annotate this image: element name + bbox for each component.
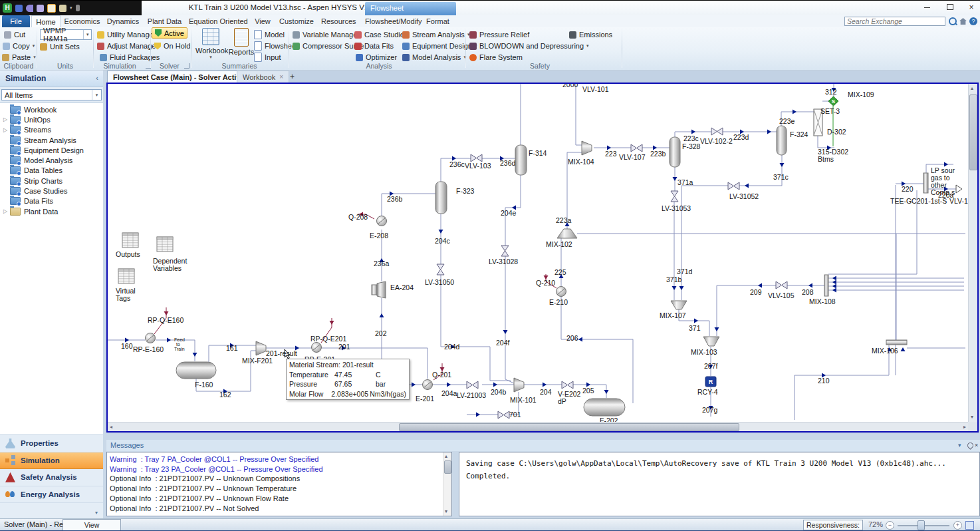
drum-h-shape[interactable] (176, 362, 216, 379)
flowsheet-label[interactable]: Feed (174, 337, 185, 342)
sidebar-item-case-studies[interactable]: Case Studies (0, 186, 103, 196)
pressure-relief-button[interactable]: Pressure Relief (469, 30, 529, 39)
flowsheet-label[interactable]: 223d (733, 133, 749, 141)
flowsheet-label[interactable]: 236b (387, 195, 402, 203)
ribbon-tab-equation-oriented[interactable]: Equation Oriented (189, 15, 242, 27)
flowsheet-label[interactable]: Tags (116, 294, 130, 302)
variable-manager-button[interactable]: Variable Manager (293, 30, 360, 39)
set-shape[interactable]: S (828, 96, 838, 106)
grid-shape[interactable] (157, 237, 173, 252)
flowsheet-label[interactable]: 205 (582, 387, 594, 395)
open-recent-icon[interactable] (59, 5, 66, 12)
ribbon-tab-flowsheet-modify[interactable]: Flowsheet/Modify (365, 15, 417, 27)
mixer-r-shape[interactable] (582, 141, 592, 155)
sidebar-item-plant-data[interactable]: ▷Plant Data (0, 206, 103, 216)
flowsheet-label[interactable]: Outputs (116, 250, 140, 258)
workbook-button[interactable]: Workbook▾ (195, 28, 226, 60)
offpage-shape[interactable] (956, 185, 962, 193)
nav-more-icon[interactable]: ▾ (95, 510, 98, 516)
flowsheet-label[interactable]: 371 (689, 324, 701, 332)
model-button[interactable]: Model (254, 30, 285, 39)
flowsheet-label[interactable]: F-323 (456, 187, 474, 195)
tab-flowsheet-case[interactable]: Flowsheet Case (Main) - Solver Active× (107, 71, 259, 83)
hx-shape[interactable] (377, 216, 387, 226)
valve-h-shape[interactable] (631, 144, 642, 152)
mixer-d-shape[interactable] (671, 301, 687, 309)
flowsheet-label[interactable]: F-202 (600, 417, 618, 422)
stream-line[interactable] (795, 345, 889, 420)
bar-v-shape[interactable] (923, 173, 928, 193)
flowsheet-label[interactable]: 209 (750, 288, 762, 296)
undo-icon[interactable] (26, 5, 33, 12)
ribbon-tab-home[interactable]: Home (31, 15, 61, 27)
flowsheet-label[interactable]: MIX-104 (568, 158, 594, 166)
valve-h-shape[interactable] (728, 182, 739, 190)
valve-v-shape[interactable] (671, 191, 678, 202)
flowsheet-label[interactable]: MIX-107 (660, 311, 686, 319)
cooler-shape[interactable] (372, 281, 386, 298)
grid-shape[interactable] (118, 269, 134, 283)
flowsheet-label[interactable]: MIX-F201 (242, 357, 273, 365)
scroll-down-icon[interactable]: ▾ (445, 508, 447, 516)
flowsheet-label[interactable]: F-324 (790, 130, 808, 138)
sidebar-item-stream-analysis[interactable]: Stream Analysis (0, 135, 103, 145)
sidebar-item-workbook[interactable]: Workbook (0, 104, 103, 114)
emissions-button[interactable]: Emissions (569, 30, 612, 39)
flowsheet-label[interactable]: 223a (556, 216, 571, 224)
flowsheet-label[interactable]: SET-3 (820, 107, 840, 115)
redo-icon[interactable] (37, 5, 44, 12)
close-button[interactable]: × (963, 2, 979, 14)
rcy-shape[interactable]: R (705, 377, 716, 387)
vessel-v-shape[interactable] (777, 126, 787, 155)
flowsheet-label[interactable]: E-208 (370, 232, 388, 240)
collapse-pane-icon[interactable]: ‹ (96, 74, 98, 82)
flowsheet-label[interactable]: to (176, 342, 180, 347)
flowsheet-label[interactable]: 220a (938, 191, 953, 199)
flowsheet-label[interactable]: 204a (441, 389, 457, 397)
hx-shape[interactable] (423, 380, 433, 390)
expand-icon[interactable]: ▷ (3, 208, 10, 214)
mixer-d-shape[interactable] (703, 337, 719, 346)
flowsheet-label[interactable]: Q-208 (348, 213, 368, 221)
flowsheet-label[interactable]: dP (558, 397, 566, 405)
flare-system-button[interactable]: Flare System (469, 53, 523, 62)
input-button[interactable]: Input (254, 53, 281, 62)
drum-h-shape[interactable] (584, 399, 625, 416)
flowsheet-label[interactable]: 312 (825, 88, 837, 96)
flowsheet-label[interactable]: 236c (449, 160, 465, 168)
vessel-v-shape[interactable] (515, 145, 527, 175)
valve-h-shape[interactable] (467, 381, 478, 389)
hx-shape[interactable] (556, 287, 566, 297)
flowsheet-label[interactable]: 223b (650, 150, 666, 158)
flowsheet-label[interactable]: 201 (338, 343, 350, 351)
flowsheet-canvas[interactable]: SR 2000VLV-101312MIX-109SET-3D-302223eF-… (106, 83, 979, 433)
sidebar-item-model-analysis[interactable]: Model Analysis (0, 155, 103, 165)
horizontal-scrollbar[interactable]: ◂ ▸ (108, 422, 968, 431)
flowsheet-label[interactable]: VLV-102-2 (700, 137, 733, 145)
ribbon-tab-customize[interactable]: Customize (279, 15, 314, 27)
mixer-u-shape[interactable] (557, 229, 577, 238)
flowsheet-label[interactable]: 204 (540, 388, 552, 396)
flowsheet-label[interactable]: 236d (500, 159, 515, 167)
flowsheet-label[interactable]: Btms (818, 155, 834, 163)
ribbon-tab-format[interactable]: Format (424, 15, 452, 27)
qat-dropdown-icon[interactable]: ▾ (70, 5, 72, 11)
flowsheet-label[interactable]: RCY-4 (697, 388, 718, 396)
flowsheet-label[interactable]: 236a (374, 260, 389, 267)
unit-set-combo[interactable]: WPMP H&M1a▾ (40, 29, 92, 40)
search-icon[interactable] (949, 17, 957, 25)
sidebar-item-data-fits[interactable]: Data Fits (0, 196, 103, 206)
flowsheet-label[interactable]: VLV-105 (768, 291, 795, 299)
sidebar-item-equipment-design[interactable]: Equipment Design (0, 145, 103, 155)
stream-line[interactable] (505, 256, 514, 383)
flowsheet-label[interactable]: Variables (153, 264, 182, 272)
env-button-simulation[interactable]: Simulation (0, 452, 103, 470)
flowsheet-label[interactable]: 223e (779, 117, 795, 125)
pin-toolbar-icon[interactable] (76, 5, 80, 11)
sidebar-item-streams[interactable]: ▷Streams (0, 125, 103, 135)
flowsheet-label[interactable]: 371d (677, 267, 692, 275)
flowsheet-label[interactable]: MIX-101 (510, 396, 537, 404)
home-icon[interactable] (959, 18, 967, 25)
ribbon-tab-dynamics[interactable]: Dynamics (105, 15, 141, 27)
flowsheet-label[interactable]: 371a (677, 178, 693, 186)
